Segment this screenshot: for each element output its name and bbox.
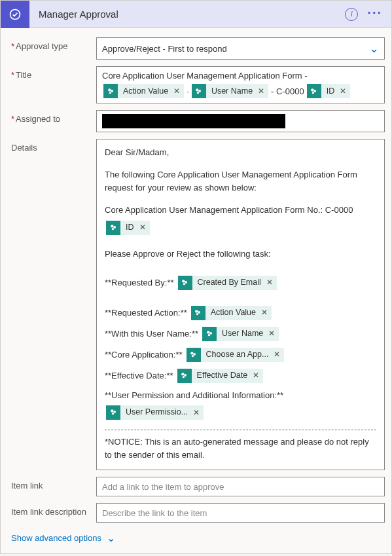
details-formno: Core Application User Management Applica… — [105, 204, 376, 217]
details-effdate-label: **Effective Date:** — [105, 369, 173, 382]
token-remove-icon[interactable]: ✕ — [267, 327, 279, 340]
more-menu-icon[interactable]: ··· — [367, 6, 382, 23]
sharepoint-icon — [178, 276, 192, 290]
token-remove-icon[interactable]: ✕ — [265, 276, 277, 289]
svg-point-21 — [207, 334, 209, 336]
svg-point-3 — [109, 92, 111, 94]
token-user-name[interactable]: User Name ✕ — [202, 327, 279, 341]
label-title: *Title — [11, 66, 96, 103]
token-remove-icon[interactable]: ✕ — [272, 348, 284, 361]
row-title: *Title Core Application User Management … — [11, 66, 385, 103]
svg-point-12 — [111, 228, 113, 230]
token-choose-app[interactable]: Choose an App... ✕ — [187, 348, 285, 362]
sharepoint-icon — [307, 84, 321, 98]
assigned-to-input[interactable] — [96, 110, 385, 132]
svg-point-8 — [313, 90, 316, 92]
item-link-placeholder: Add a link to the item to approve — [102, 482, 224, 492]
token-remove-icon[interactable]: ✕ — [192, 407, 204, 419]
token-user-name[interactable]: User Name ✕ — [192, 84, 268, 98]
label-item-link-desc: Item link description — [11, 503, 96, 523]
row-details: Details Dear Sir/Madam, The following Co… — [11, 139, 385, 470]
svg-point-16 — [195, 310, 198, 312]
svg-point-0 — [10, 9, 20, 19]
info-icon[interactable]: i — [345, 8, 358, 21]
label-assigned-to: *Assigned to — [11, 110, 96, 132]
chevron-down-icon: ⌄ — [369, 41, 379, 56]
token-remove-icon[interactable]: ✕ — [251, 369, 263, 382]
svg-point-29 — [113, 411, 116, 413]
svg-point-6 — [197, 92, 199, 94]
card-header: Manager Approval i ··· — [1, 1, 391, 28]
row-approval-type: *Approval type Approve/Reject - First to… — [11, 37, 385, 60]
sharepoint-icon — [177, 369, 192, 383]
row-item-link: Item link Add a link to the item to appr… — [11, 477, 385, 496]
approval-type-value: Approve/Reject - First to respond — [102, 44, 227, 54]
card-body: *Approval type Approve/Reject - First to… — [1, 28, 391, 553]
svg-point-20 — [209, 332, 212, 335]
redacted-value — [102, 114, 285, 128]
details-intro: The following Core Application User Mana… — [105, 168, 376, 195]
title-prefix-text: Core Application User Management Applica… — [102, 71, 379, 81]
token-remove-icon[interactable]: ✕ — [260, 306, 272, 319]
sharepoint-icon — [202, 327, 217, 341]
svg-point-13 — [182, 280, 185, 282]
svg-point-2 — [111, 90, 113, 92]
chevron-down-icon: ⌄ — [107, 532, 115, 544]
svg-point-30 — [111, 413, 113, 415]
row-item-link-desc: Item link description Describe the link … — [11, 503, 385, 523]
token-user-permission[interactable]: User Permissio... ✕ — [106, 405, 204, 420]
card-title[interactable]: Manager Approval — [29, 9, 345, 20]
title-mid-text: - C-0000 — [271, 86, 304, 96]
token-created-by-email[interactable]: Created By Email ✕ — [178, 276, 277, 290]
details-userperm-label: **User Permission and Additional Informa… — [105, 389, 283, 402]
token-remove-icon[interactable]: ✕ — [338, 86, 350, 96]
svg-point-1 — [108, 88, 111, 91]
svg-point-14 — [185, 281, 187, 284]
label-details: Details — [11, 139, 96, 470]
svg-point-22 — [190, 352, 193, 354]
approval-icon — [1, 1, 29, 28]
token-id[interactable]: ID ✕ — [307, 84, 351, 98]
label-approval-type: *Approval type — [11, 37, 96, 60]
details-input[interactable]: Dear Sir/Madam, The following Core Appli… — [96, 139, 385, 470]
label-item-link: Item link — [11, 477, 96, 496]
approval-type-select[interactable]: Approve/Reject - First to respond ⌄ — [96, 37, 385, 60]
token-effective-date[interactable]: Effective Date ✕ — [177, 369, 264, 383]
item-link-desc-placeholder: Describe the link to the item — [102, 508, 207, 518]
svg-point-7 — [311, 88, 313, 91]
svg-point-28 — [111, 410, 113, 413]
row-assigned-to: *Assigned to — [11, 110, 385, 132]
svg-point-19 — [207, 331, 209, 333]
token-action-value[interactable]: Action Value ✕ — [103, 84, 184, 98]
token-id[interactable]: ID ✕ — [106, 221, 150, 235]
token-remove-icon[interactable]: ✕ — [138, 221, 150, 234]
svg-point-17 — [198, 311, 200, 314]
svg-point-9 — [312, 92, 314, 94]
svg-point-11 — [113, 226, 116, 229]
svg-point-5 — [199, 90, 202, 92]
title-input[interactable]: Core Application User Management Applica… — [96, 66, 385, 103]
token-action-value[interactable]: Action Value ✕ — [191, 306, 272, 320]
sharepoint-icon — [192, 84, 206, 98]
details-req-by-label: **Requested By:** — [105, 276, 174, 289]
svg-point-24 — [192, 355, 194, 357]
details-greeting: Dear Sir/Madam, — [105, 146, 376, 159]
item-link-desc-input[interactable]: Describe the link to the item — [96, 503, 385, 523]
sharepoint-icon — [103, 84, 118, 98]
details-instr: Please Approve or Reject the following t… — [105, 248, 376, 261]
svg-point-4 — [196, 88, 199, 91]
svg-point-10 — [111, 225, 113, 227]
svg-point-26 — [184, 374, 187, 377]
item-link-input[interactable]: Add a link to the item to approve — [96, 477, 385, 496]
svg-point-18 — [196, 313, 198, 315]
sharepoint-icon — [106, 405, 120, 420]
svg-point-25 — [181, 373, 184, 375]
show-advanced-options[interactable]: Show advanced options ⌄ — [11, 529, 115, 546]
sharepoint-icon — [106, 221, 120, 235]
action-card: Manager Approval i ··· *Approval type Ap… — [0, 0, 392, 554]
token-remove-icon[interactable]: ✕ — [172, 86, 184, 96]
divider — [105, 430, 376, 430]
token-remove-icon[interactable]: ✕ — [257, 86, 268, 96]
details-req-action-label: **Requested Action:** — [105, 306, 187, 320]
header-actions: i ··· — [345, 6, 391, 23]
